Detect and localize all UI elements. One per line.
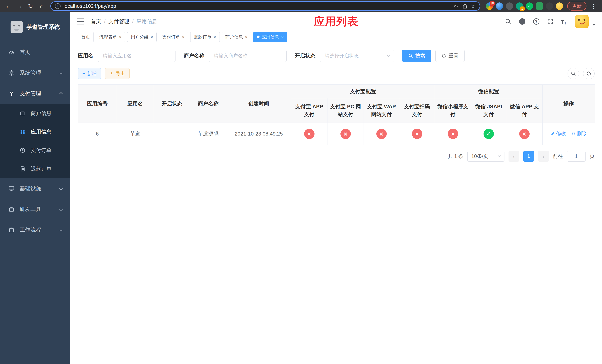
github-icon[interactable] [519, 18, 526, 25]
sidebar-item-merchant-info[interactable]: 商户信息 [0, 104, 70, 123]
status-select[interactable] [320, 50, 394, 62]
site-info-icon[interactable]: i [55, 3, 61, 9]
cell-wx-app [506, 123, 543, 145]
refresh-button[interactable] [583, 68, 595, 79]
delete-link[interactable]: 删除 [571, 130, 586, 137]
app-logo [11, 21, 23, 33]
close-icon[interactable]: × [119, 35, 122, 39]
extension-emoji-icon[interactable] [556, 2, 563, 10]
search-icon[interactable] [505, 18, 512, 25]
back-button[interactable]: ← [3, 1, 13, 11]
tab-label: 商户信息 [225, 34, 243, 40]
col-app-name: 应用名 [117, 85, 154, 123]
app-logo-row[interactable]: 芋道管理系统 [0, 12, 70, 42]
close-icon[interactable]: × [245, 35, 248, 39]
extension-teal-icon[interactable]: 1 [516, 2, 523, 10]
sidebar-item-label: 应用信息 [31, 128, 52, 135]
sidebar-item-system[interactable]: 系统管理 [0, 63, 70, 83]
share-icon[interactable] [462, 3, 468, 9]
tab-process-form[interactable]: 流程表单 × [96, 32, 125, 42]
chevron-down-icon [59, 187, 63, 190]
tab-refund-order[interactable]: 退款订单 × [190, 32, 220, 42]
sidebar-item-payment[interactable]: ¥ 支付管理 [0, 83, 70, 104]
tab-user-group[interactable]: 用户分组 × [127, 32, 157, 42]
breadcrumb-current: 应用信息 [137, 18, 157, 25]
breadcrumb-home[interactable]: 首页 [91, 18, 101, 25]
tab-label: 应用信息 [261, 34, 279, 40]
tab-label: 用户分组 [131, 34, 149, 40]
disabled-cross-icon [340, 129, 351, 139]
tab-home[interactable]: 首页 [78, 32, 94, 42]
font-size-icon[interactable]: TT [561, 18, 568, 25]
browser-menu-icon[interactable]: ⋮ [589, 2, 599, 10]
close-icon[interactable]: × [214, 35, 216, 39]
cell-app-name: 芋道 [117, 123, 154, 145]
sidebar-toggle-icon[interactable] [77, 19, 85, 24]
extension-green-check-icon[interactable]: ✓ [526, 2, 533, 10]
col-group-wechat: 微信配置 [435, 85, 543, 98]
sidebar-item-app-info[interactable]: 应用信息 [0, 123, 70, 141]
extension-colorful-icon[interactable]: 10 [486, 2, 493, 10]
prev-page-button[interactable]: ‹ [508, 151, 519, 162]
browser-update-button[interactable]: 更新 [567, 2, 586, 11]
clock-icon [19, 147, 26, 154]
password-key-icon[interactable] [453, 3, 459, 9]
app-name-input[interactable] [98, 50, 175, 62]
cell-alipay-qr [399, 123, 435, 145]
tab-pay-order[interactable]: 支付订单 × [159, 32, 188, 42]
status-label: 开启状态 [295, 52, 315, 59]
next-page-button[interactable]: › [538, 151, 549, 162]
extension-pin-icon[interactable] [546, 2, 553, 10]
sidebar-item-refund-order[interactable]: 退款订单 [0, 160, 70, 178]
cell-alipay-app [291, 123, 327, 145]
cell-merchant-name: 芋道源码 [190, 123, 226, 145]
table-row: 6 芋道 芋道源码 2021-10-23 08:49:25 [78, 123, 595, 145]
add-button[interactable]: + 新增 [78, 68, 101, 79]
breadcrumb-section[interactable]: 支付管理 [108, 18, 129, 25]
cell-actions: 修改 删除 [543, 123, 595, 145]
sidebar-item-label: 工作流程 [20, 226, 41, 234]
page-title: 应用列表 [314, 14, 358, 29]
sidebar-item-label: 首页 [20, 49, 30, 56]
close-icon[interactable]: × [150, 35, 153, 39]
sidebar-item-home[interactable]: 首页 [0, 42, 70, 63]
sidebar-item-pay-order[interactable]: 支付订单 [0, 141, 70, 160]
current-page-button[interactable]: 1 [523, 151, 534, 162]
close-icon[interactable]: × [182, 35, 184, 39]
browser-toolbar: ← → ↻ ⌂ i localhost:1024/pay/app ☆ 10 1 … [0, 0, 602, 12]
page-size-value: 10条/页 [471, 153, 488, 160]
page-size-select[interactable]: 10条/页 [467, 151, 505, 162]
credit-card-icon [19, 110, 26, 117]
sidebar-item-infra[interactable]: 基础设施 [0, 178, 70, 199]
address-bar[interactable]: i localhost:1024/pay/app ☆ [50, 1, 480, 11]
toggle-search-button[interactable] [568, 68, 579, 79]
disabled-cross-icon [448, 129, 458, 139]
gear-icon [8, 70, 15, 76]
user-avatar[interactable] [575, 15, 589, 28]
merchant-name-input[interactable] [209, 50, 287, 62]
bookmark-star-icon[interactable]: ☆ [471, 3, 475, 10]
cell-wx-jsapi [471, 123, 506, 145]
fullscreen-icon[interactable] [547, 18, 554, 25]
extension-blue-icon[interactable] [496, 2, 503, 10]
help-icon[interactable]: ? [533, 18, 540, 25]
tab-merchant-info[interactable]: 商户信息 × [222, 32, 251, 42]
disabled-cross-icon [376, 129, 387, 139]
export-button[interactable]: 导出 [105, 68, 129, 79]
goto-page-input[interactable] [567, 151, 586, 162]
edit-link[interactable]: 修改 [551, 130, 566, 137]
close-icon[interactable]: × [281, 35, 284, 39]
search-button[interactable]: 搜索 [402, 50, 431, 62]
status-select-input[interactable] [320, 50, 394, 62]
reload-button[interactable]: ↻ [26, 1, 35, 11]
extension-dark-icon[interactable] [506, 2, 513, 10]
briefcase-icon [8, 227, 15, 233]
tab-app-info[interactable]: 应用信息 × [253, 32, 287, 42]
export-button-label: 导出 [116, 71, 125, 77]
sidebar-item-devtools[interactable]: 研发工具 [0, 199, 70, 220]
home-button[interactable]: ⌂ [37, 1, 47, 11]
forward-button[interactable]: → [14, 1, 24, 11]
reset-button[interactable]: 重置 [435, 50, 465, 62]
sidebar-item-workflow[interactable]: 工作流程 [0, 220, 70, 240]
extension-book-icon[interactable] [536, 2, 543, 10]
